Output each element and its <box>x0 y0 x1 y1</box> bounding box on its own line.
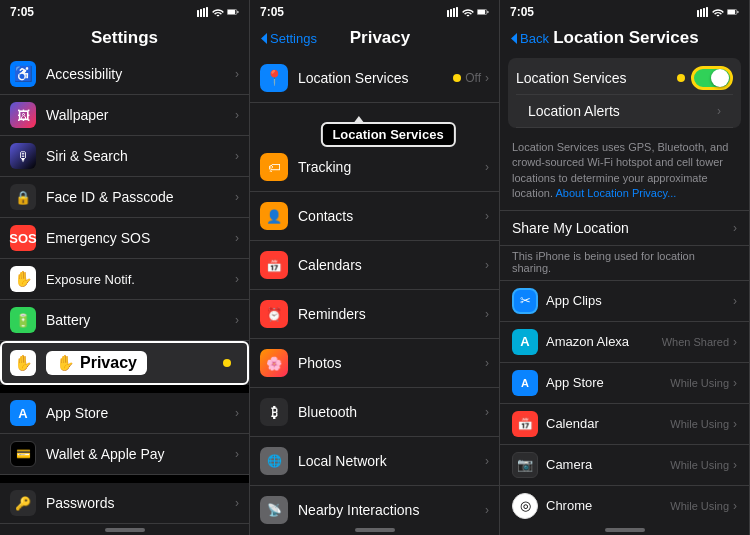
appstore-label: App Store <box>46 405 235 421</box>
sidebar-item-faceid[interactable]: 🔒 Face ID & Passcode › <box>0 177 249 218</box>
wallet-chevron: › <box>235 447 239 461</box>
exposure-icon: ✋ <box>10 266 36 292</box>
accessibility-label: Accessibility <box>46 66 235 82</box>
faceid-icon: 🔒 <box>10 184 36 210</box>
appstore-loc-icon: A <box>512 370 538 396</box>
tracking-icon: 🏷 <box>260 153 288 181</box>
photos-chevron: › <box>485 356 489 370</box>
sidebar-item-battery[interactable]: 🔋 Battery › <box>0 300 249 341</box>
svg-rect-9 <box>453 8 455 17</box>
sidebar-item-siri[interactable]: 🎙 Siri & Search › <box>0 136 249 177</box>
svg-rect-16 <box>703 8 705 17</box>
emergency-chevron: › <box>235 231 239 245</box>
chrome-status: While Using <box>670 500 729 512</box>
privacy-item-calendars[interactable]: 📅 Calendars › <box>250 241 499 290</box>
svg-rect-0 <box>197 10 199 17</box>
camera-loc-chevron: › <box>733 458 737 472</box>
sidebar-item-wallet[interactable]: 💳 Wallet & Apple Pay › <box>0 434 249 475</box>
privacy-badge-label: Privacy <box>80 354 137 372</box>
privacy-item-nearby[interactable]: 📡 Nearby Interactions › <box>250 486 499 525</box>
location-services-toggle[interactable] <box>691 66 733 90</box>
svg-rect-3 <box>206 7 208 17</box>
calendar-name: Calendar <box>546 416 670 431</box>
app-item-camera-loc[interactable]: 📷 Camera While Using › <box>500 445 749 486</box>
svg-rect-6 <box>237 11 238 13</box>
priv-contacts-icon: 👤 <box>260 202 288 230</box>
location-services-row[interactable]: Location Services <box>516 58 733 94</box>
appclips-chevron: › <box>733 294 737 308</box>
privacy-item-bluetooth[interactable]: ₿ Bluetooth › <box>250 388 499 437</box>
location-desc: Location Services uses GPS, Bluetooth, a… <box>500 132 749 211</box>
nearby-chevron: › <box>485 503 489 517</box>
appclips-icon: ✂ <box>512 288 538 314</box>
status-icons-right <box>697 7 739 17</box>
privacy-dot <box>223 359 231 367</box>
sharing-description: This iPhone is being used for location s… <box>500 246 749 281</box>
wallpaper-chevron: › <box>235 108 239 122</box>
svg-rect-8 <box>450 9 452 17</box>
app-item-chrome[interactable]: ◎ Chrome While Using › <box>500 486 749 525</box>
sidebar-item-appstore[interactable]: A App Store › <box>0 393 249 434</box>
time-left: 7:05 <box>10 5 34 19</box>
status-bar-left: 7:05 <box>0 0 249 24</box>
camera-loc-icon: 📷 <box>512 452 538 478</box>
location-alerts-row[interactable]: Location Alerts › <box>516 95 733 128</box>
chrome-name: Chrome <box>546 498 670 513</box>
toggle-dot <box>677 74 685 82</box>
wallet-icon: 💳 <box>10 441 36 467</box>
svg-rect-2 <box>203 8 205 17</box>
appstore-loc-status: While Using <box>670 377 729 389</box>
app-list: ✂ App Clips › A Amazon Alexa When Shared… <box>500 281 749 525</box>
siri-icon: 🎙 <box>10 143 36 169</box>
app-item-alexa[interactable]: A Amazon Alexa When Shared › <box>500 322 749 363</box>
sidebar-item-wallpaper[interactable]: 🖼 Wallpaper › <box>0 95 249 136</box>
privacy-nav-title: Privacy <box>321 28 439 48</box>
passwords-chevron: › <box>235 496 239 510</box>
tracking-chevron: › <box>485 160 489 174</box>
sidebar-item-accessibility[interactable]: ♿ Accessibility › <box>0 54 249 95</box>
back-button-right[interactable]: Back <box>510 31 549 46</box>
sidebar-item-privacy[interactable]: ✋ ✋ Privacy <box>0 341 249 385</box>
privacy-item-tracking[interactable]: 🏷 Tracking › <box>250 143 499 192</box>
reminders-icon: ⏰ <box>260 300 288 328</box>
privacy-item-photos[interactable]: 🌸 Photos › <box>250 339 499 388</box>
toggle-container <box>691 66 733 90</box>
sidebar-item-emergency[interactable]: SOS Emergency SOS › <box>0 218 249 259</box>
app-item-appclips[interactable]: ✂ App Clips › <box>500 281 749 322</box>
localnetwork-label: Local Network <box>298 453 485 469</box>
back-label-mid: Settings <box>270 31 317 46</box>
settings-back-button[interactable]: Settings <box>260 31 317 46</box>
app-item-appstore-loc[interactable]: A App Store While Using › <box>500 363 749 404</box>
sidebar-item-passwords[interactable]: 🔑 Passwords › <box>0 483 249 524</box>
camera-loc-name: Camera <box>546 457 670 472</box>
about-location-link[interactable]: About Location Privacy... <box>555 187 676 199</box>
nearby-label: Nearby Interactions <box>298 502 485 518</box>
privacy-nav: Settings Privacy <box>250 24 499 54</box>
privacy-item-reminders[interactable]: ⏰ Reminders › <box>250 290 499 339</box>
privacy-icon: ✋ <box>10 350 36 376</box>
privacy-item-localnetwork[interactable]: 🌐 Local Network › <box>250 437 499 486</box>
sidebar-item-exposure[interactable]: ✋ Exposure Notif. › <box>0 259 249 300</box>
share-my-location-row[interactable]: Share My Location › <box>500 211 749 246</box>
status-icons-left <box>197 7 239 17</box>
calendar-status: While Using <box>670 418 729 430</box>
appstore-chevron: › <box>235 406 239 420</box>
siri-chevron: › <box>235 149 239 163</box>
location-services-section: Location Services Location Alerts › <box>508 58 741 128</box>
share-my-location-label: Share My Location <box>512 220 733 236</box>
location-chevron: › <box>485 71 489 85</box>
settings-panel: 7:05 Settings ♿ Accessibility › 🖼 Wallpa… <box>0 0 250 535</box>
section-divider-1 <box>0 385 249 393</box>
svg-rect-14 <box>697 10 699 17</box>
battery-label: Battery <box>46 312 235 328</box>
privacy-item-location[interactable]: 📍 Location Services Off › Location Servi… <box>250 54 499 103</box>
alexa-name: Amazon Alexa <box>546 334 662 349</box>
svg-rect-13 <box>487 11 488 13</box>
app-item-calendar[interactable]: 📅 Calendar While Using › <box>500 404 749 445</box>
appclips-name: App Clips <box>546 293 733 308</box>
location-label: Location Services <box>298 70 453 86</box>
exposure-chevron: › <box>235 272 239 286</box>
passwords-label: Passwords <box>46 495 235 511</box>
privacy-item-contacts[interactable]: 👤 Contacts › <box>250 192 499 241</box>
sidebar-item-mail[interactable]: ✉ Mail › <box>0 524 249 525</box>
